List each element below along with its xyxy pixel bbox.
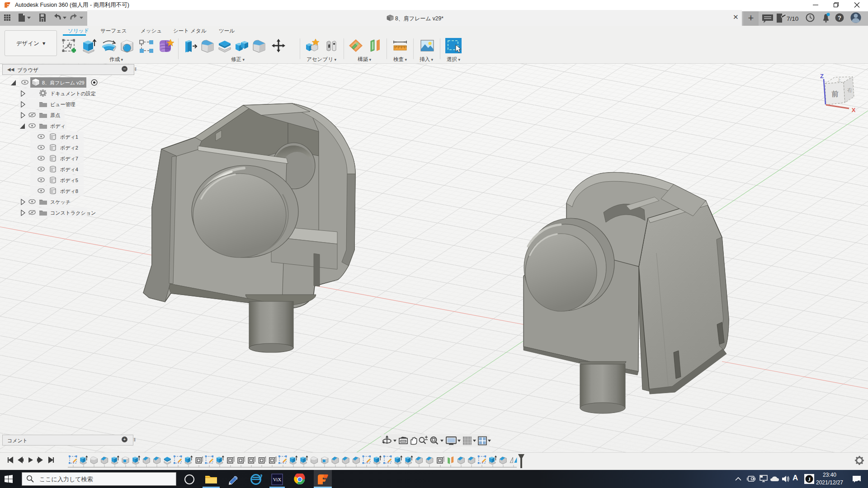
svg-text:ViX: ViX	[273, 477, 281, 482]
svg-text:7/10: 7/10	[787, 15, 798, 22]
svg-text:前: 前	[831, 90, 839, 98]
svg-text:X: X	[852, 107, 856, 113]
svg-text:右: 右	[847, 87, 853, 93]
svg-text:J: J	[808, 476, 811, 483]
svg-text:Z: Z	[820, 73, 824, 80]
svg-text:上: 上	[837, 78, 841, 82]
svg-text:?: ?	[838, 14, 841, 21]
